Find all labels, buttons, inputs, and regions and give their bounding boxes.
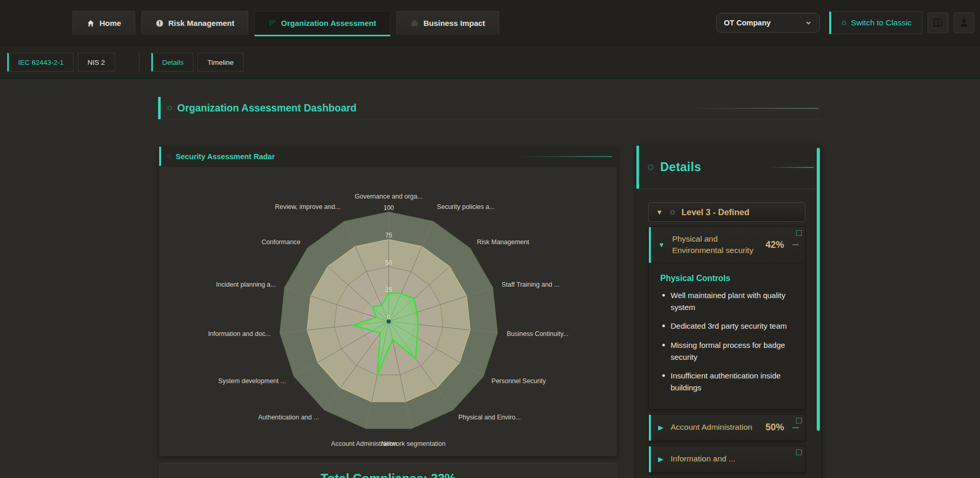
- radar-axis-label: Staff Training and ...: [502, 281, 560, 288]
- main-content: Organization Assessment Dashboard Securi…: [0, 79, 980, 478]
- detail-bullet: Dedicated 3rd party security team: [660, 320, 799, 332]
- detail-bullet: Insufficient authentication inside build…: [660, 370, 799, 394]
- nav-item-label: Business Impact: [423, 19, 485, 27]
- radar-axis-label: Physical and Enviro...: [459, 414, 521, 421]
- radar-tick-label: 50: [385, 259, 392, 266]
- radar-axis-label: Governance and orga...: [354, 193, 422, 200]
- decorative-line: [768, 167, 814, 168]
- radar-axis-label: Conformance: [262, 238, 301, 246]
- ring-icon: [167, 106, 172, 110]
- radar-axis-label: Authentication and ...: [258, 414, 319, 421]
- nav-item-label: Organization Assessment: [281, 19, 376, 27]
- details-panel: Details ▼ Level 3 - Defined ▼Physical an…: [636, 146, 821, 478]
- radar-axis-label: Business Continuity...: [507, 330, 569, 338]
- nav-item-business-impact[interactable]: Business Impact: [396, 11, 499, 35]
- detail-item-physical-and-environmental-security: ▼Physical and Environmental security42%P…: [648, 227, 805, 410]
- switch-to-classic-button[interactable]: Switch to Classic: [829, 11, 922, 34]
- ring-icon: [670, 210, 675, 215]
- user-button[interactable]: [954, 12, 974, 33]
- tab-timeline[interactable]: Timeline: [197, 53, 244, 72]
- nav-item-label: Home: [100, 19, 121, 27]
- radar-axis-label: Review, improve and...: [275, 203, 340, 210]
- detail-item-value: 50%: [765, 422, 784, 433]
- docs-button[interactable]: [928, 12, 948, 33]
- tab-nis-2[interactable]: NIS 2: [78, 53, 115, 72]
- tab-label: Details: [162, 59, 183, 66]
- page-title-row: Organization Assessment Dashboard: [158, 97, 821, 120]
- triangle-right-icon: ▶: [658, 424, 663, 431]
- square-icon: [796, 449, 802, 455]
- nav-item-organization-assessment[interactable]: Organization Assessment: [254, 11, 390, 35]
- details-scrollbar[interactable]: [817, 148, 820, 431]
- radar-axis-label: Account Administration: [331, 440, 397, 447]
- chevron-down-icon: [805, 19, 812, 26]
- radar-axis-label: System development ...: [218, 377, 286, 385]
- tab-label: Timeline: [207, 59, 234, 66]
- accent-bar: [158, 97, 161, 119]
- top-navigation-bar: HomeRisk ManagementOrganization Assessme…: [0, 0, 980, 46]
- radar-panel-title: Security Assessment Radar: [176, 152, 275, 161]
- detail-item-header-information-and[interactable]: ▶Information and ...: [649, 446, 805, 472]
- detail-item-name: Physical and Environmental security: [672, 233, 758, 257]
- switch-to-classic-label: Switch to Classic: [851, 18, 912, 27]
- radar-tick-label: 75: [385, 232, 392, 239]
- company-select-value: OT Company: [724, 19, 771, 27]
- total-compliance-panel: Total Compliance: 33%: [159, 463, 617, 478]
- total-compliance-title: Total Compliance: 33%: [160, 471, 617, 478]
- radar-tick-label: 25: [385, 286, 392, 293]
- level-header[interactable]: ▼ Level 3 - Defined: [648, 202, 805, 222]
- tab-iec-62443-2-1[interactable]: IEC 62443-2-1: [7, 53, 74, 72]
- radar-axis-label: Personnel Security: [491, 377, 546, 385]
- ring-icon: [167, 154, 171, 158]
- view-tab-group: DetailsTimeline: [151, 53, 244, 72]
- kanban-icon: [268, 19, 276, 27]
- ring-icon: [648, 164, 654, 170]
- radar-axis-label: Information and doc...: [208, 330, 271, 338]
- main-nav: HomeRisk ManagementOrganization Assessme…: [73, 11, 499, 35]
- top-right-controls: OT Company Switch to Classic: [716, 0, 974, 46]
- detail-item-name: Information and ...: [671, 453, 772, 465]
- book-icon: [932, 17, 944, 29]
- level-header-label: Level 3 - Defined: [681, 207, 749, 217]
- decorative-dash: [792, 427, 799, 428]
- briefcase-icon: [410, 19, 419, 27]
- decorative-line: [689, 108, 818, 109]
- details-panel-header: Details: [636, 146, 821, 189]
- detail-bullet: Well maintained plant with quality syste…: [660, 289, 799, 314]
- nav-item-risk-management[interactable]: Risk Management: [141, 11, 249, 35]
- secondary-tab-bar: IEC 62443-2-1NIS 2 DetailsTimeline: [0, 46, 980, 79]
- detail-item-content: Physical ControlsWell maintained plant w…: [649, 263, 805, 409]
- user-icon: [959, 18, 969, 28]
- page-title: Organization Assessment Dashboard: [177, 102, 357, 114]
- detail-bullet: Missing formal process for badge securit…: [660, 339, 799, 363]
- tab-label: IEC 62443-2-1: [18, 59, 64, 66]
- radar-tick-label: 100: [384, 204, 394, 212]
- radar-chart[interactable]: 0255075100Governance and orga...Security…: [159, 166, 617, 456]
- nav-item-home[interactable]: Home: [73, 11, 135, 35]
- details-body: ▼ Level 3 - Defined ▼Physical and Enviro…: [636, 189, 821, 473]
- radar-axis-label: Incident planning a...: [216, 281, 276, 288]
- radar-axis-label: Security policies a...: [437, 203, 494, 210]
- detail-item-header-account-administration[interactable]: ▶Account Administration50%: [649, 415, 805, 441]
- detail-item-information-and: ▶Information and ...: [648, 446, 805, 473]
- tab-label: NIS 2: [88, 59, 105, 66]
- square-icon: [796, 418, 802, 424]
- detail-item-header-physical-and-environmental-security[interactable]: ▼Physical and Environmental security42%: [649, 227, 805, 263]
- tab-divider: [139, 53, 139, 72]
- nav-item-label: Risk Management: [168, 19, 235, 27]
- detail-item-value: 42%: [765, 240, 784, 250]
- radar-axis-label: Risk Management: [477, 238, 529, 246]
- radar-svg: 0255075100Governance and orga...Security…: [159, 166, 617, 456]
- detail-item-name: Account Administration: [671, 421, 758, 433]
- security-assessment-radar-panel: Security Assessment Radar 0255075100Gove…: [159, 147, 617, 456]
- company-select[interactable]: OT Company: [716, 13, 820, 33]
- detail-bullet-list: Well maintained plant with quality syste…: [660, 289, 799, 394]
- standards-tab-group: IEC 62443-2-1NIS 2: [7, 53, 115, 72]
- triangle-right-icon: ▶: [658, 456, 663, 462]
- alert-icon: [155, 19, 164, 27]
- tab-details[interactable]: Details: [151, 53, 193, 72]
- details-panel-title: Details: [660, 160, 701, 174]
- triangle-down-icon: ▼: [656, 209, 663, 216]
- ring-icon: [842, 21, 846, 25]
- home-icon: [87, 19, 95, 27]
